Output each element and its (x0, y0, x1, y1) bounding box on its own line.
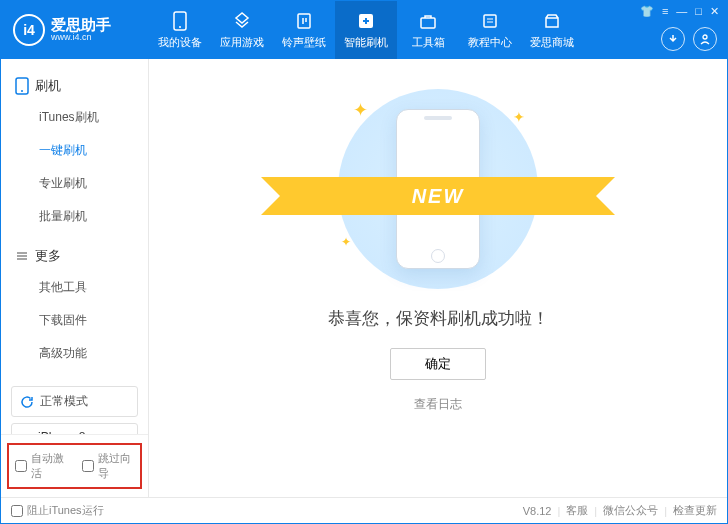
sidebar-item-batch-flash[interactable]: 批量刷机 (1, 200, 148, 233)
group-label: 更多 (35, 247, 61, 265)
svg-point-6 (703, 35, 707, 39)
connected-device[interactable]: iPhone 8 64GB (11, 423, 138, 434)
svg-rect-2 (298, 14, 310, 28)
nav-my-device[interactable]: 我的设备 (149, 1, 211, 59)
sidebar-item-itunes-flash[interactable]: iTunes刷机 (1, 101, 148, 134)
sparkle-icon: ✦ (353, 99, 368, 121)
block-itunes-checkbox[interactable]: 阻止iTunes运行 (11, 503, 104, 518)
music-icon (294, 11, 314, 31)
svg-point-1 (179, 26, 181, 28)
skip-guide-checkbox[interactable]: 跳过向导 (82, 451, 135, 481)
more-icon (15, 249, 29, 263)
version-label: V8.12 (523, 505, 552, 517)
phone-icon (15, 77, 29, 95)
book-icon (480, 11, 500, 31)
close-button[interactable]: ✕ (710, 5, 719, 18)
logo-icon: i4 (13, 14, 45, 46)
nav-label: 铃声壁纸 (282, 35, 326, 50)
nav-label: 应用游戏 (220, 35, 264, 50)
device-mode-status[interactable]: 正常模式 (11, 386, 138, 417)
nav-flash[interactable]: 智能刷机 (335, 1, 397, 59)
new-ribbon: NEW (285, 175, 591, 217)
app-name: 爱思助手 (51, 17, 111, 34)
nav-label: 教程中心 (468, 35, 512, 50)
success-message: 恭喜您，保资料刷机成功啦！ (328, 307, 549, 330)
sidebar-item-oneclick-flash[interactable]: 一键刷机 (1, 134, 148, 167)
success-illustration: ✦ ✦ ✦ NEW (323, 89, 553, 289)
nav-ringtone[interactable]: 铃声壁纸 (273, 1, 335, 59)
phone-icon (170, 11, 190, 31)
sidebar-item-advanced[interactable]: 高级功能 (1, 337, 148, 370)
window-controls: 👕 ≡ — □ ✕ (640, 5, 719, 18)
menu-icon[interactable]: ≡ (662, 5, 668, 18)
main-nav: 我的设备 应用游戏 铃声壁纸 智能刷机 工具箱 教程中心 (149, 1, 583, 59)
status-bar: 阻止iTunes运行 V8.12 | 客服 | 微信公众号 | 检查更新 (1, 497, 727, 523)
sidebar-item-download-firmware[interactable]: 下载固件 (1, 304, 148, 337)
nav-tutorial[interactable]: 教程中心 (459, 1, 521, 59)
footer-link-update[interactable]: 检查更新 (673, 503, 717, 518)
apps-icon (232, 11, 252, 31)
nav-label: 爱思商城 (530, 35, 574, 50)
nav-store[interactable]: 爱思商城 (521, 1, 583, 59)
toolbox-icon (418, 11, 438, 31)
auto-activate-checkbox[interactable]: 自动激活 (15, 451, 68, 481)
ok-button[interactable]: 确定 (390, 348, 486, 380)
highlighted-options: 自动激活 跳过向导 (7, 443, 142, 489)
nav-label: 我的设备 (158, 35, 202, 50)
svg-rect-5 (484, 15, 496, 27)
tshirt-icon[interactable]: 👕 (640, 5, 654, 18)
download-button[interactable] (661, 27, 685, 51)
title-bar: i4 爱思助手 www.i4.cn 我的设备 应用游戏 铃声壁纸 智能刷机 (1, 1, 727, 59)
nav-label: 智能刷机 (344, 35, 388, 50)
flash-icon (356, 11, 376, 31)
view-log-link[interactable]: 查看日志 (414, 396, 462, 413)
svg-rect-4 (421, 18, 435, 28)
maximize-button[interactable]: □ (695, 5, 702, 18)
minimize-button[interactable]: — (676, 5, 687, 18)
app-url: www.i4.cn (51, 33, 111, 43)
sparkle-icon: ✦ (341, 235, 351, 249)
status-label: 正常模式 (40, 393, 88, 410)
store-icon (542, 11, 562, 31)
sidebar-group-flash[interactable]: 刷机 (1, 71, 148, 101)
sparkle-icon: ✦ (513, 109, 525, 125)
sidebar: 刷机 iTunes刷机 一键刷机 专业刷机 批量刷机 更多 其他工具 下载固件 … (1, 59, 149, 497)
footer-link-wechat[interactable]: 微信公众号 (603, 503, 658, 518)
main-content: ✦ ✦ ✦ NEW 恭喜您，保资料刷机成功啦！ 确定 查看日志 (149, 59, 727, 497)
sidebar-group-more[interactable]: 更多 (1, 241, 148, 271)
svg-point-8 (21, 90, 23, 92)
sidebar-item-pro-flash[interactable]: 专业刷机 (1, 167, 148, 200)
user-button[interactable] (693, 27, 717, 51)
refresh-icon (20, 395, 34, 409)
nav-toolbox[interactable]: 工具箱 (397, 1, 459, 59)
app-logo: i4 爱思助手 www.i4.cn (1, 14, 149, 46)
group-label: 刷机 (35, 77, 61, 95)
nav-apps[interactable]: 应用游戏 (211, 1, 273, 59)
sidebar-item-other-tools[interactable]: 其他工具 (1, 271, 148, 304)
nav-label: 工具箱 (412, 35, 445, 50)
footer-link-support[interactable]: 客服 (566, 503, 588, 518)
